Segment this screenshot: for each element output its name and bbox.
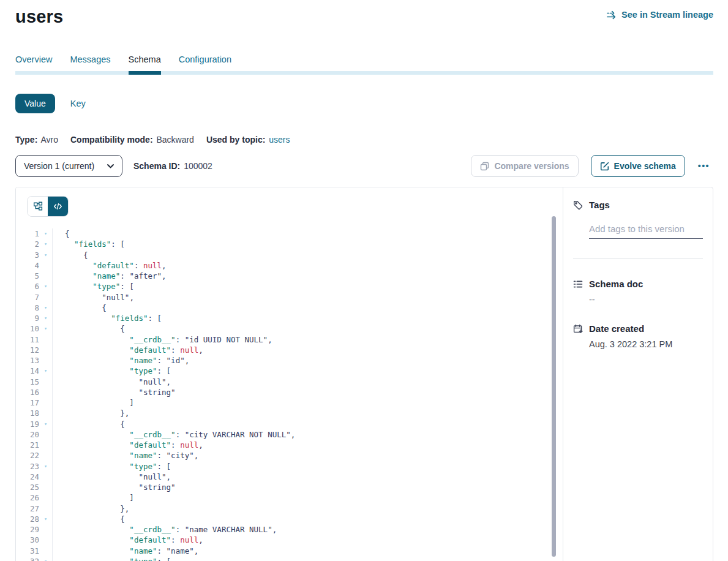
- tab-schema[interactable]: Schema: [129, 55, 161, 71]
- code-scrollbar-thumb[interactable]: [552, 216, 556, 557]
- code-text: "string": [52, 387, 563, 397]
- tab-overview[interactable]: Overview: [15, 55, 52, 71]
- compat-label: Compatibility mode:: [70, 135, 153, 145]
- line-number: 25: [16, 482, 39, 492]
- fold-spacer: [39, 355, 52, 366]
- line-number: 15: [16, 377, 39, 387]
- line-number: 32: [16, 556, 39, 561]
- code-text: "type": [: [52, 556, 563, 561]
- code-text: {: [52, 514, 563, 524]
- code-text: "null",: [52, 377, 563, 387]
- code-text: "__crdb__": "id UUID NOT NULL",: [52, 334, 563, 345]
- value-toggle-button[interactable]: Value: [15, 94, 55, 113]
- code-line: 22 "name": "city",: [16, 450, 563, 461]
- fold-toggle-icon[interactable]: ▾: [39, 514, 52, 524]
- fold-toggle-icon[interactable]: ▾: [39, 281, 52, 292]
- code-text: "default": null,: [52, 440, 563, 450]
- code-text: {: [52, 323, 563, 334]
- code-text: {: [52, 419, 563, 429]
- line-number: 3: [16, 250, 39, 260]
- evolve-schema-button[interactable]: Evolve schema: [591, 155, 685, 177]
- more-actions-button[interactable]: •••: [694, 160, 713, 171]
- fold-spacer: [39, 408, 52, 418]
- code-line: 12 "default": null,: [16, 345, 563, 355]
- compare-versions-label: Compare versions: [494, 161, 569, 171]
- used-by-topic: Used by topic: users: [206, 135, 290, 145]
- code-line: 6▾ "type": [: [16, 281, 563, 292]
- compat-value: Backward: [156, 135, 193, 145]
- fold-toggle-icon[interactable]: ▾: [39, 461, 52, 472]
- page-title: users: [15, 6, 63, 27]
- code-line: 21 "default": null,: [16, 440, 563, 450]
- page-header: users See in Stream lineage: [15, 0, 713, 27]
- fold-spacer: [39, 387, 52, 397]
- version-select[interactable]: Version 1 (current): [15, 155, 122, 177]
- key-toggle-link[interactable]: Key: [70, 99, 86, 108]
- date-created-header: Date created: [573, 323, 703, 334]
- date-created-section: Date created Aug. 3 2022 3:21 PM: [573, 323, 703, 349]
- line-number: 17: [16, 397, 39, 408]
- topic-link[interactable]: users: [269, 135, 290, 145]
- see-in-stream-lineage-link[interactable]: See in Stream lineage: [607, 10, 713, 20]
- code-text: "default": null,: [52, 260, 563, 271]
- line-number: 27: [16, 503, 39, 514]
- code-text: ]: [52, 492, 563, 503]
- line-number: 20: [16, 429, 39, 440]
- fold-spacer: [39, 334, 52, 345]
- code-editor-lines: 1▾{2▾ "fields": [3▾ {4 "default": null,5…: [16, 228, 563, 561]
- line-number: 11: [16, 334, 39, 345]
- code-line: 1▾{: [16, 228, 563, 239]
- code-text: "type": [: [52, 366, 563, 376]
- schema-code-pane: 1▾{2▾ "fields": [3▾ {4 "default": null,5…: [16, 187, 563, 561]
- code-text: {: [52, 228, 563, 239]
- code-line: 11 "__crdb__": "id UUID NOT NULL",: [16, 334, 563, 345]
- tree-view-button[interactable]: [28, 197, 48, 216]
- schema-doc-value: --: [589, 295, 703, 304]
- fold-spacer: [39, 524, 52, 535]
- tab-configuration[interactable]: Configuration: [179, 55, 231, 71]
- topic-label: Used by topic:: [206, 135, 265, 145]
- fold-spacer: [39, 345, 52, 355]
- line-number: 16: [16, 387, 39, 397]
- tags-title: Tags: [589, 200, 610, 210]
- compare-versions-button[interactable]: Compare versions: [471, 155, 578, 177]
- code-line: 17 ]: [16, 397, 563, 408]
- value-key-toggle: Value Key: [15, 94, 713, 113]
- line-number: 12: [16, 345, 39, 355]
- line-number: 8: [16, 303, 39, 313]
- fold-spacer: [39, 377, 52, 387]
- version-select-value: Version 1 (current): [24, 161, 94, 171]
- fold-toggle-icon[interactable]: ▾: [39, 303, 52, 313]
- add-tags-input[interactable]: [589, 224, 703, 239]
- fold-spacer: [39, 492, 52, 503]
- fold-toggle-icon[interactable]: ▾: [39, 239, 52, 249]
- fold-toggle-icon[interactable]: ▾: [39, 323, 52, 334]
- fold-spacer: [39, 397, 52, 408]
- code-line: 14▾ "type": [: [16, 366, 563, 376]
- schema-meta: Type: Avro Compatibility mode: Backward …: [15, 135, 713, 145]
- fold-toggle-icon[interactable]: ▾: [39, 366, 52, 376]
- line-number: 19: [16, 419, 39, 429]
- fold-spacer: [39, 546, 52, 556]
- fold-toggle-icon[interactable]: ▾: [39, 556, 52, 561]
- line-number: 6: [16, 281, 39, 292]
- code-text: "type": [: [52, 281, 563, 292]
- fold-toggle-icon[interactable]: ▾: [39, 228, 52, 239]
- code-text: "default": null,: [52, 535, 563, 545]
- compare-icon: [480, 162, 489, 171]
- line-number: 23: [16, 461, 39, 472]
- fold-toggle-icon[interactable]: ▾: [39, 419, 52, 429]
- code-text: "null",: [52, 472, 563, 482]
- line-number: 2: [16, 239, 39, 249]
- fold-toggle-icon[interactable]: ▾: [39, 250, 52, 260]
- date-created-value: Aug. 3 2022 3:21 PM: [589, 339, 703, 349]
- line-number: 26: [16, 492, 39, 503]
- fold-toggle-icon[interactable]: ▾: [39, 313, 52, 323]
- tags-section-header: Tags: [573, 200, 703, 210]
- tab-messages[interactable]: Messages: [70, 55, 110, 71]
- code-text: "fields": [: [52, 239, 563, 249]
- schema-page: users See in Stream lineage Overview Mes…: [0, 0, 728, 561]
- code-view-button[interactable]: [48, 197, 68, 216]
- schema-type: Type: Avro: [15, 135, 58, 145]
- code-line: 15 "null",: [16, 377, 563, 387]
